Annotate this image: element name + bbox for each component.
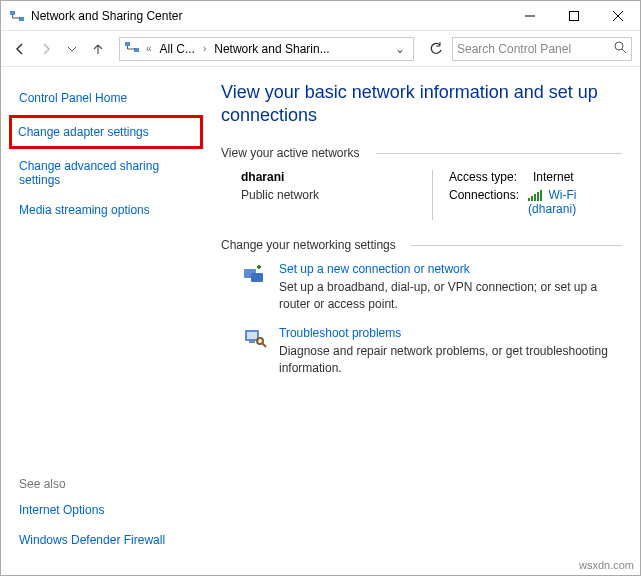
titlebar: Network and Sharing Center — [1, 1, 640, 31]
network-icon — [9, 8, 25, 24]
breadcrumb-segment[interactable]: Network and Sharin... — [212, 42, 331, 56]
active-networks-header: View your active networks — [221, 146, 622, 160]
svg-rect-0 — [10, 11, 15, 15]
sidebar: Control Panel Home Change adapter settin… — [1, 67, 211, 575]
svg-rect-11 — [251, 273, 263, 282]
access-type-label: Access type: — [449, 170, 533, 184]
change-settings-header: Change your networking settings — [221, 238, 622, 252]
network-name: dharani — [241, 170, 432, 184]
network-type: Public network — [241, 188, 432, 202]
page-title: View your basic network information and … — [221, 81, 622, 128]
sidebar-spacer — [15, 227, 197, 471]
sidebar-internet-options[interactable]: Internet Options — [15, 497, 197, 523]
sidebar-home[interactable]: Control Panel Home — [15, 85, 197, 111]
refresh-button[interactable] — [424, 37, 448, 61]
svg-rect-13 — [247, 332, 257, 339]
up-button[interactable] — [87, 38, 109, 60]
task-troubleshoot-desc: Diagnose and repair network problems, or… — [279, 343, 622, 377]
sidebar-adapter-settings[interactable]: Change adapter settings — [9, 115, 203, 149]
task-setup-connection-link[interactable]: Set up a new connection or network — [279, 262, 622, 276]
sidebar-advanced-sharing[interactable]: Change advanced sharing settings — [15, 153, 197, 193]
search-input[interactable]: Search Control Panel — [452, 37, 632, 61]
svg-rect-6 — [125, 42, 130, 46]
chevron-icon: « — [144, 43, 154, 54]
network-entry: dharani Public network Access type: Inte… — [241, 170, 622, 220]
connections-label: Connections: — [449, 188, 528, 216]
sidebar-media-streaming[interactable]: Media streaming options — [15, 197, 197, 223]
search-icon — [614, 41, 627, 57]
svg-rect-14 — [249, 341, 255, 343]
svg-line-9 — [622, 49, 626, 53]
network-details: Access type: Internet Connections: Wi-Fi… — [432, 170, 622, 220]
troubleshoot-icon — [241, 326, 269, 350]
main-content: View your basic network information and … — [211, 67, 640, 575]
sidebar-firewall[interactable]: Windows Defender Firewall — [15, 527, 197, 553]
access-type-value: Internet — [533, 170, 574, 184]
toolbar: « All C... › Network and Sharin... ⌄ Sea… — [1, 31, 640, 67]
wifi-signal-icon — [528, 190, 542, 201]
task-troubleshoot: Troubleshoot problems Diagnose and repai… — [241, 326, 622, 377]
svg-rect-3 — [570, 11, 579, 20]
breadcrumb-segment[interactable]: All C... — [158, 42, 197, 56]
setup-connection-icon — [241, 262, 269, 286]
recent-dropdown[interactable] — [61, 38, 83, 60]
minimize-button[interactable] — [508, 1, 552, 31]
network-identity: dharani Public network — [241, 170, 432, 220]
network-icon — [124, 39, 140, 58]
chevron-down-icon[interactable]: ⌄ — [391, 42, 409, 56]
task-setup-connection: Set up a new connection or network Set u… — [241, 262, 622, 313]
watermark: wsxdn.com — [579, 559, 634, 571]
address-bar[interactable]: « All C... › Network and Sharin... ⌄ — [119, 37, 414, 61]
svg-line-16 — [262, 343, 266, 347]
search-placeholder: Search Control Panel — [457, 42, 571, 56]
forward-button[interactable] — [35, 38, 57, 60]
task-setup-connection-desc: Set up a broadband, dial-up, or VPN conn… — [279, 279, 622, 313]
window-title: Network and Sharing Center — [31, 9, 508, 23]
body: Control Panel Home Change adapter settin… — [1, 67, 640, 575]
close-button[interactable] — [596, 1, 640, 31]
task-troubleshoot-link[interactable]: Troubleshoot problems — [279, 326, 622, 340]
see-also-label: See also — [15, 471, 197, 497]
chevron-right-icon: › — [201, 43, 208, 54]
maximize-button[interactable] — [552, 1, 596, 31]
svg-point-8 — [615, 42, 623, 50]
back-button[interactable] — [9, 38, 31, 60]
connection-link[interactable]: Wi-Fi (dharani) — [528, 188, 622, 216]
